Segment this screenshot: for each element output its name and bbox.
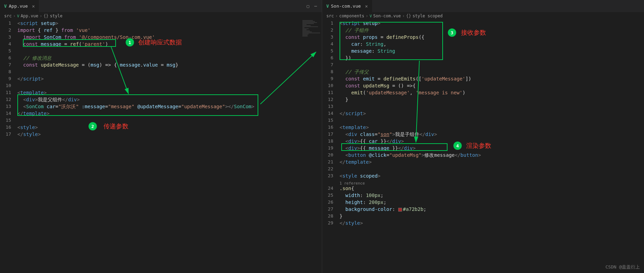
tab-label: App.vue — [9, 3, 28, 9]
watermark: CSDN @盖盖衍上 — [605, 264, 640, 270]
vue-icon: V — [369, 14, 372, 18]
close-icon[interactable]: × — [32, 3, 35, 9]
chevron-right-icon: › — [40, 14, 42, 18]
crumb-file[interactable]: Son-com.vue — [373, 14, 401, 18]
vue-icon: V — [17, 14, 19, 18]
crumb-symbol[interactable]: style scoped — [412, 14, 443, 18]
annotation-badge-4: 4 — [453, 142, 462, 150]
breadcrumb[interactable]: src › V App.vue › {} style — [0, 12, 322, 20]
tab-bar: V Son-com.vue × — [322, 0, 644, 12]
editor-pane-right: V Son-com.vue × src › components › V Son… — [322, 0, 644, 273]
annotation-badge-2: 2 — [89, 122, 97, 130]
split-editor-icon[interactable]: ▢ — [307, 3, 309, 9]
code-area[interactable]: <script setup> // 子组件 const props = defi… — [340, 20, 644, 273]
crumb-symbol[interactable]: style — [50, 14, 62, 18]
editor-pane-left: V App.vue × ▢ ⋯ src › V App.vue › {} sty… — [0, 0, 322, 273]
more-icon[interactable]: ⋯ — [314, 3, 317, 9]
chevron-right-icon: › — [402, 14, 405, 18]
chevron-right-icon: › — [13, 14, 16, 18]
editor-left[interactable]: 1234 5678 9101112 1314151617 <script set… — [0, 20, 322, 273]
close-icon[interactable]: × — [365, 3, 368, 9]
minimap[interactable] — [301, 20, 322, 54]
brace-icon: {} — [43, 14, 48, 18]
crumb-file[interactable]: App.vue — [21, 14, 39, 18]
brace-icon: {} — [406, 14, 411, 18]
annotation-badge-1: 1 — [126, 38, 134, 46]
line-gutter: 1234 5678 9101112 1314151617 — [0, 20, 17, 273]
vue-icon: V — [4, 4, 7, 9]
annotation-text-2: 传递参数 — [103, 122, 128, 130]
chevron-right-icon: › — [335, 14, 338, 18]
annotation-text-3: 接收参数 — [461, 28, 486, 37]
vue-icon: V — [326, 4, 329, 9]
tab-bar: V App.vue × ▢ ⋯ — [0, 0, 322, 12]
code-area[interactable]: <script setup> import { ref } from 'vue'… — [17, 20, 322, 273]
chevron-right-icon: › — [366, 14, 368, 18]
annotation-badge-3: 3 — [448, 28, 456, 37]
crumb-src[interactable]: src — [4, 14, 12, 18]
tab-son-com-vue[interactable]: V Son-com.vue × — [322, 0, 373, 12]
annotation-text-4: 渲染参数 — [466, 142, 491, 150]
tab-label: Son-com.vue — [331, 3, 361, 9]
breadcrumb[interactable]: src › components › V Son-com.vue › {} st… — [322, 12, 644, 20]
color-swatch-icon[interactable] — [398, 208, 402, 212]
tab-app-vue[interactable]: V App.vue × — [0, 0, 39, 12]
tab-actions: ▢ ⋯ — [307, 3, 322, 9]
crumb-src[interactable]: src — [326, 14, 334, 18]
crumb-folder[interactable]: components — [339, 14, 364, 18]
annotation-text-1: 创建响应式数据 — [138, 38, 182, 46]
line-gutter: 1234 5678 9101112 13141516 17181920 2122… — [322, 20, 340, 273]
